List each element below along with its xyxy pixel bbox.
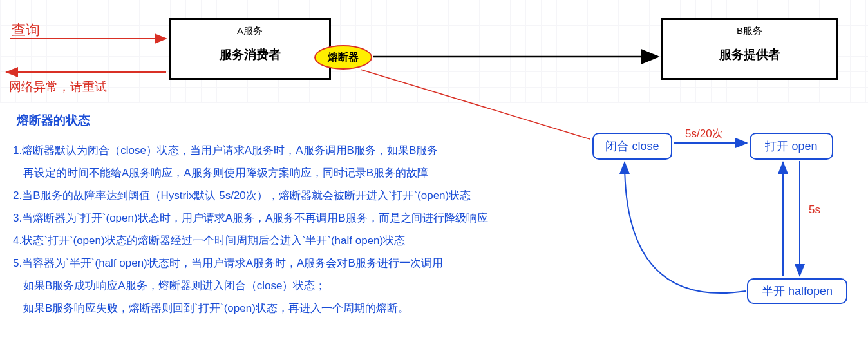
desc-line-5: 5.当容器为`半开`(half open)状态时，当用户请求A服务时，A服务会对… (13, 252, 592, 274)
description-text: 1.熔断器默认为闭合（close）状态，当用户请求A服务时，A服务调用B服务，如… (13, 139, 592, 319)
edge-label-5s20: 5s/20次 (685, 126, 723, 141)
section-title: 熔断器的状态 (17, 112, 90, 129)
service-b-subtitle: 服务提供者 (663, 37, 836, 63)
breaker-label: 熔断器 (328, 51, 359, 64)
desc-line-4: 4.状态`打开`(open)状态的熔断器经过一个时间周期后会进入`半开`(hal… (13, 229, 592, 252)
service-a-box: A服务 服务消费者 (169, 18, 331, 80)
desc-line-5c: 如果B服务响应失败，熔断器则回到`打开`(open)状态，再进入一个周期的熔断。 (13, 297, 592, 319)
query-label: 查询 (12, 21, 40, 40)
state-open-label: 打开 open (765, 138, 817, 154)
desc-line-1: 1.熔断器默认为闭合（close）状态，当用户请求A服务时，A服务调用B服务，如… (13, 139, 592, 162)
edge-label-5s: 5s (809, 204, 820, 216)
desc-line-1b: 再设定的时间不能给A服务响应，A服务则使用降级方案响应，同时记录B服务的故障 (13, 162, 592, 184)
service-a-subtitle: 服务消费者 (171, 37, 329, 63)
service-a-title: A服务 (171, 20, 329, 37)
state-halfopen-box: 半开 halfopen (747, 278, 847, 304)
state-close-label: 闭合 close (605, 138, 659, 154)
desc-line-2: 2.当B服务的故障率达到阈值（Hystrix默认 5s/20次），熔断器就会被断… (13, 184, 592, 207)
state-halfopen-label: 半开 halfopen (762, 283, 833, 299)
error-label: 网络异常，请重试 (9, 79, 107, 95)
desc-line-3: 3.当熔断器为`打开`(open)状态时，用户请求A服务，A服务不再调用B服务，… (13, 207, 592, 229)
desc-line-5b: 如果B服务成功响应A服务，熔断器则进入闭合（close）状态； (13, 274, 592, 297)
state-open-box: 打开 open (750, 133, 833, 160)
half-to-close-arrow (625, 162, 746, 293)
service-b-box: B服务 服务提供者 (661, 18, 838, 80)
service-b-title: B服务 (663, 20, 836, 37)
state-close-box: 闭合 close (592, 133, 672, 160)
breaker-ellipse: 熔断器 (314, 45, 372, 70)
